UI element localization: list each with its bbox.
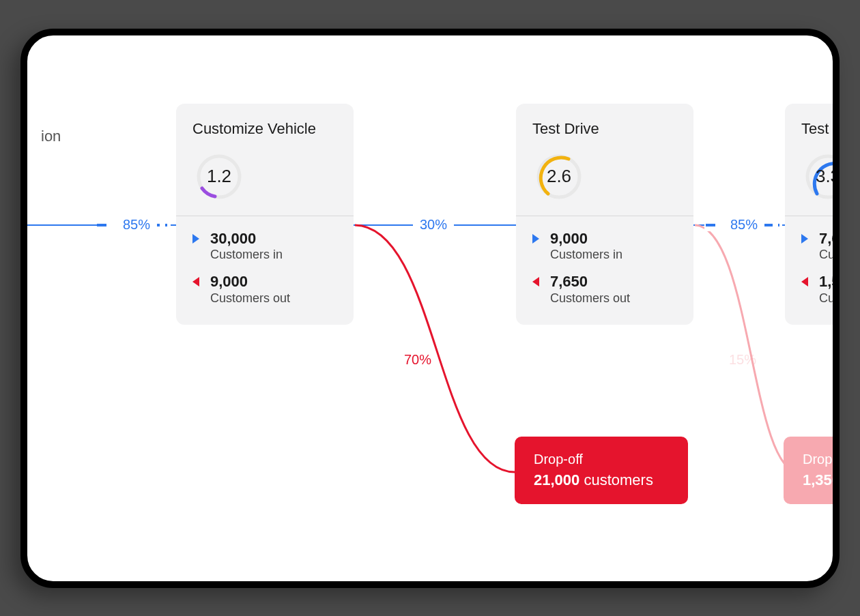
connections-layer [27,35,833,581]
divider [176,216,354,216]
score-value: 2.6 [547,166,571,187]
tablet-frame: ion 85% 30% 85% Customize Vehicle 1.2 [20,29,840,588]
score-gauge: 1.2 [192,150,246,203]
dropoff-title: Drop-o [803,452,833,467]
score-value: 3.3 [816,166,833,187]
connector-pct-2: 30% [413,217,454,233]
step-title: Test D [801,120,833,138]
step-card-partial-right[interactable]: Test D 3.3 7,60 Custo [785,104,833,325]
customers-in-label: Customers in [210,248,283,263]
customers-out-value: 1,50 [819,273,833,291]
score-gauge: 2.6 [532,150,586,203]
dropoff-pct-1: 70% [404,352,431,368]
score-gauge: 3.3 [801,150,833,203]
customers-in-value: 7,60 [819,230,833,248]
customers-out-label: Custo [819,291,833,306]
customers-out-metric: 7,650 Customers out [532,273,677,306]
score-value: 1.2 [207,166,231,187]
customers-in-value: 30,000 [210,230,283,248]
customers-in-metric: 9,000 Customers in [532,230,677,263]
customers-in-label: Customers in [550,248,622,263]
step-title: Test Drive [532,120,677,138]
dropoff-value: 1,350 c [803,471,833,489]
step-card-customize-vehicle[interactable]: Customize Vehicle 1.2 30,000 Customers i… [176,104,354,325]
customers-out-label: Customers out [550,291,630,306]
triangle-in-icon [192,234,199,244]
triangle-out-icon [801,277,808,287]
customers-in-metric: 30,000 Customers in [192,230,337,263]
dropoff-card-1[interactable]: Drop-off 21,000 customers [515,437,688,504]
triangle-out-icon [532,277,539,287]
dropoff-value: 21,000 customers [534,471,669,489]
customers-in-label: Custo [819,248,833,263]
dropoff-pct-2: 15% [729,352,756,368]
funnel-canvas: ion 85% 30% 85% Customize Vehicle 1.2 [27,35,833,581]
customers-out-metric: 9,000 Customers out [192,273,337,306]
connector-pct-1: 85% [116,217,157,233]
step-card-test-drive[interactable]: Test Drive 2.6 9,000 Customers in [516,104,693,325]
customers-out-value: 9,000 [210,273,290,291]
customers-out-value: 7,650 [550,273,630,291]
customers-in-metric: 7,60 Custo [801,230,833,263]
triangle-out-icon [192,277,199,287]
divider [785,216,833,216]
step-title: Customize Vehicle [192,120,337,138]
customers-out-label: Customers out [210,291,290,306]
customers-out-metric: 1,50 Custo [801,273,833,306]
dropoff-card-2-partial[interactable]: Drop-o 1,350 c [784,437,833,504]
dropoff-title: Drop-off [534,452,669,467]
triangle-in-icon [801,234,808,244]
connector-pct-3: 85% [723,217,764,233]
divider [516,216,693,216]
customers-in-value: 9,000 [550,230,622,248]
step-title-partial: ion [41,128,61,145]
triangle-in-icon [532,234,539,244]
